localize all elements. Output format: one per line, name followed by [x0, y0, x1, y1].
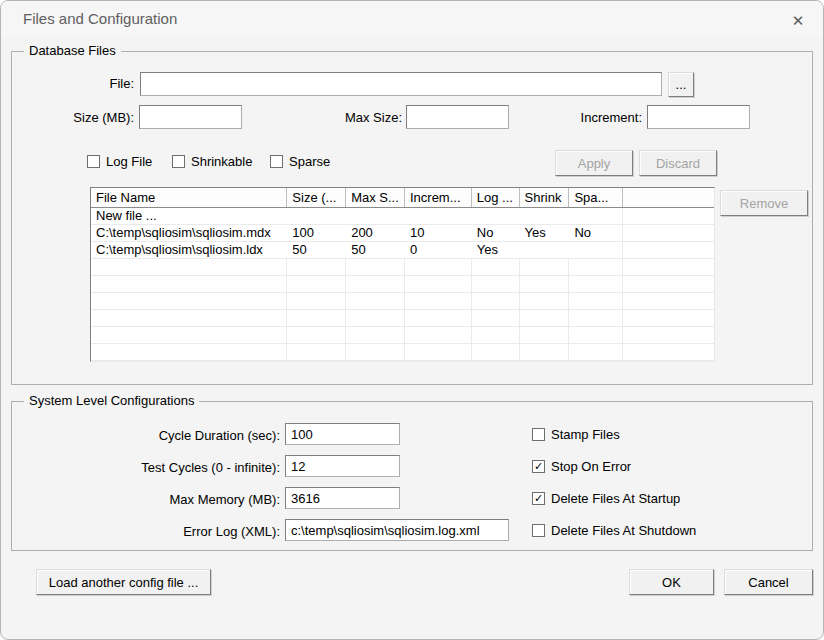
- max-size-label: Max Size:: [302, 110, 402, 125]
- table-cell: [623, 225, 714, 241]
- header-cell-blank: [623, 188, 714, 207]
- test-cycles-label: Test Cycles (0 - infinite):: [12, 460, 280, 475]
- table-cell-max-size[interactable]: 200: [346, 225, 405, 241]
- header-cell-size[interactable]: Size (...: [287, 188, 346, 207]
- delete-shutdown-checkbox-label: Delete Files At Shutdown: [551, 523, 696, 538]
- cycle-duration-input[interactable]: [285, 423, 400, 445]
- apply-button[interactable]: Apply: [555, 150, 633, 176]
- header-cell-file-name[interactable]: File Name: [91, 188, 287, 207]
- checkbox-delete-files-at-shutdown[interactable]: ✓ Delete Files At Shutdown: [532, 523, 696, 538]
- increment-input[interactable]: [647, 105, 750, 129]
- max-memory-input[interactable]: [285, 487, 400, 509]
- check-icon: ✓: [534, 493, 543, 504]
- shrinkable-checkbox-box: ✓: [172, 155, 185, 168]
- file-input[interactable]: [140, 72, 662, 96]
- table-cell-size[interactable]: 100: [287, 225, 346, 241]
- delete-shutdown-checkbox-box: ✓: [532, 524, 545, 537]
- table-cell-shrink[interactable]: [520, 242, 570, 258]
- table-cell-max-size[interactable]: 50: [346, 242, 405, 258]
- files-table: File Name Size (... Max S... Increm... L…: [90, 187, 715, 362]
- table-cell: [623, 242, 714, 258]
- max-size-input[interactable]: [406, 105, 509, 129]
- log-file-checkbox-label: Log File: [106, 154, 152, 169]
- cancel-button[interactable]: Cancel: [724, 569, 813, 595]
- error-log-label: Error Log (XML):: [12, 524, 280, 539]
- table-cell-log[interactable]: No: [472, 225, 520, 241]
- stop-on-error-checkbox-label: Stop On Error: [551, 459, 631, 474]
- header-cell-max-size[interactable]: Max S...: [346, 188, 405, 207]
- checkbox-delete-files-at-startup[interactable]: ✓ Delete Files At Startup: [532, 491, 680, 506]
- title-bar: Files and Configuration ✕: [1, 1, 823, 37]
- checkbox-shrinkable[interactable]: ✓ Shrinkable: [172, 154, 264, 169]
- file-label: File:: [12, 76, 134, 91]
- checkbox-stop-on-error[interactable]: ✓ Stop On Error: [532, 459, 631, 474]
- shrinkable-checkbox-label: Shrinkable: [191, 154, 264, 169]
- checkbox-log-file[interactable]: ✓ Log File: [87, 154, 152, 169]
- table-cell-file-name[interactable]: C:\temp\sqliosim\sqliosim.mdx: [91, 225, 287, 241]
- stamp-files-checkbox-box: ✓: [532, 428, 545, 441]
- empty-table-row: [91, 276, 714, 293]
- browse-button[interactable]: ...: [668, 72, 694, 97]
- close-icon: ✕: [792, 13, 805, 28]
- sparse-checkbox-label: Sparse: [289, 154, 330, 169]
- window-title: Files and Configuration: [23, 10, 177, 27]
- empty-table-row: [91, 327, 714, 344]
- new-file-cell[interactable]: New file ...: [91, 208, 623, 224]
- empty-table-row: [91, 310, 714, 327]
- ok-button[interactable]: OK: [629, 569, 714, 595]
- size-label: Size (MB):: [12, 110, 134, 125]
- increment-label: Increment:: [542, 110, 642, 125]
- table-row-ldx[interactable]: C:\temp\sqliosim\sqliosim.ldx 50 50 0 Ye…: [91, 242, 714, 259]
- empty-table-row: [91, 259, 714, 276]
- stop-on-error-checkbox-box: ✓: [532, 460, 545, 473]
- cycle-duration-label: Cycle Duration (sec):: [12, 428, 280, 443]
- table-cell-shrink[interactable]: Yes: [520, 225, 570, 241]
- test-cycles-input[interactable]: [285, 455, 400, 477]
- empty-table-row: [91, 344, 714, 361]
- checkbox-stamp-files[interactable]: ✓ Stamp Files: [532, 427, 620, 442]
- max-memory-label: Max Memory (MB):: [12, 492, 280, 507]
- table-cell-increment[interactable]: 0: [405, 242, 472, 258]
- remove-button[interactable]: Remove: [720, 190, 808, 216]
- delete-startup-checkbox-label: Delete Files At Startup: [551, 491, 680, 506]
- log-file-checkbox-box: ✓: [87, 155, 100, 168]
- discard-button[interactable]: Discard: [639, 150, 717, 176]
- header-cell-sparse[interactable]: Spa...: [569, 188, 623, 207]
- close-button[interactable]: ✕: [785, 8, 811, 32]
- header-cell-shrink[interactable]: Shrink: [520, 188, 570, 207]
- table-cell-sparse[interactable]: [569, 242, 623, 258]
- header-cell-increment[interactable]: Increm...: [405, 188, 472, 207]
- empty-table-row: [91, 293, 714, 310]
- size-input[interactable]: [139, 105, 242, 129]
- database-files-group: Database Files File: ... Size (MB): Max …: [11, 51, 813, 385]
- delete-startup-checkbox-box: ✓: [532, 492, 545, 505]
- files-and-configuration-dialog: Files and Configuration ✕ Database Files…: [0, 0, 824, 640]
- table-cell-sparse[interactable]: No: [569, 225, 623, 241]
- system-config-group: System Level Configurations Cycle Durati…: [11, 401, 813, 551]
- table-cell-file-name[interactable]: C:\temp\sqliosim\sqliosim.ldx: [91, 242, 287, 258]
- database-files-group-label: Database Files: [24, 43, 121, 58]
- check-icon: ✓: [534, 461, 543, 472]
- load-config-button[interactable]: Load another config file ...: [36, 569, 211, 595]
- stamp-files-checkbox-label: Stamp Files: [551, 427, 620, 442]
- header-cell-log[interactable]: Log ...: [472, 188, 520, 207]
- table-row-new-file[interactable]: New file ...: [91, 208, 714, 225]
- table-row-mdx[interactable]: C:\temp\sqliosim\sqliosim.mdx 100 200 10…: [91, 225, 714, 242]
- checkbox-sparse[interactable]: ✓ Sparse: [270, 154, 330, 169]
- table-cell: [623, 208, 714, 224]
- table-cell-increment[interactable]: 10: [405, 225, 472, 241]
- table-cell-size[interactable]: 50: [287, 242, 346, 258]
- system-config-group-label: System Level Configurations: [24, 393, 199, 408]
- files-table-header: File Name Size (... Max S... Increm... L…: [91, 188, 714, 208]
- sparse-checkbox-box: ✓: [270, 155, 283, 168]
- table-cell-log[interactable]: Yes: [472, 242, 520, 258]
- error-log-input[interactable]: [285, 519, 509, 541]
